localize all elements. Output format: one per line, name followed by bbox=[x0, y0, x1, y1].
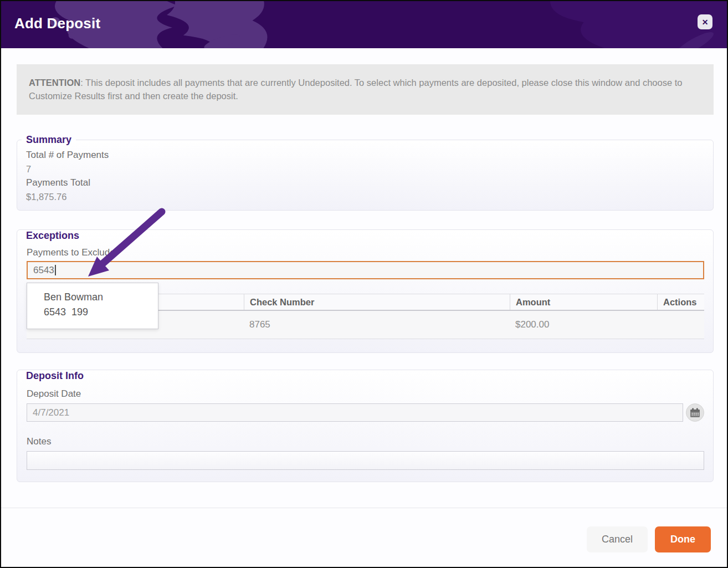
payments-to-exclude-input[interactable]: 6543 bbox=[27, 261, 704, 279]
modal-header: Add Deposit ✕ bbox=[1, 1, 727, 48]
footer-divider bbox=[1, 508, 727, 508]
cancel-button[interactable]: Cancel bbox=[587, 526, 648, 552]
table-header-check-number: Check Number bbox=[244, 294, 510, 310]
summary-section: Summary Total # of Payments 7 Payments T… bbox=[17, 134, 714, 211]
exceptions-section: Exceptions Payments to Exclude 6543 Chec… bbox=[17, 229, 714, 353]
payments-to-exclude-value: 6543 bbox=[33, 265, 54, 276]
attention-text: : This deposit includes all payments tha… bbox=[29, 78, 682, 101]
table-header-amount: Amount bbox=[510, 294, 657, 310]
text-caret bbox=[55, 265, 56, 275]
notes-label: Notes bbox=[27, 434, 51, 449]
table-cell-check-number: 8765 bbox=[244, 311, 510, 339]
attention-label: ATTENTION bbox=[29, 78, 80, 88]
autocomplete-item[interactable]: Ben Bowman 6543 199 bbox=[44, 290, 158, 320]
table-header-actions: Actions bbox=[657, 294, 704, 310]
summary-field-value: 7 bbox=[26, 162, 704, 176]
deposit-info-section: Deposit Info Deposit Date Notes bbox=[17, 370, 714, 482]
world-map-decoration bbox=[1, 1, 727, 48]
deposit-date-label: Deposit Date bbox=[27, 387, 81, 401]
summary-field-value: $1,875.76 bbox=[26, 190, 704, 203]
autocomplete-dropdown: Ben Bowman 6543 199 bbox=[27, 283, 158, 329]
close-button[interactable]: ✕ bbox=[698, 14, 712, 29]
add-deposit-modal: Add Deposit ✕ ATTENTION: This deposit in… bbox=[0, 0, 728, 568]
summary-legend: Summary bbox=[22, 134, 76, 146]
autocomplete-item-detail: 6543 199 bbox=[44, 305, 158, 320]
deposit-date-input[interactable] bbox=[27, 403, 683, 422]
deposit-info-legend: Deposit Info bbox=[22, 370, 88, 382]
close-icon: ✕ bbox=[702, 18, 709, 26]
table-cell-actions bbox=[657, 311, 704, 339]
notes-input[interactable] bbox=[27, 451, 704, 470]
done-button[interactable]: Done bbox=[655, 526, 711, 552]
footer: Cancel Done bbox=[587, 526, 711, 552]
summary-field-label: Payments Total bbox=[26, 176, 704, 190]
payments-to-exclude-label: Payments to Exclude bbox=[27, 245, 115, 260]
calendar-icon bbox=[690, 408, 700, 418]
summary-field-label: Total # of Payments bbox=[26, 148, 704, 162]
modal-title: Add Deposit bbox=[14, 15, 100, 32]
table-cell-amount: $200.00 bbox=[510, 311, 657, 339]
calendar-button[interactable] bbox=[686, 403, 704, 422]
autocomplete-item-name: Ben Bowman bbox=[44, 290, 158, 305]
exceptions-legend: Exceptions bbox=[22, 230, 84, 242]
attention-banner: ATTENTION: This deposit includes all pay… bbox=[17, 64, 714, 115]
